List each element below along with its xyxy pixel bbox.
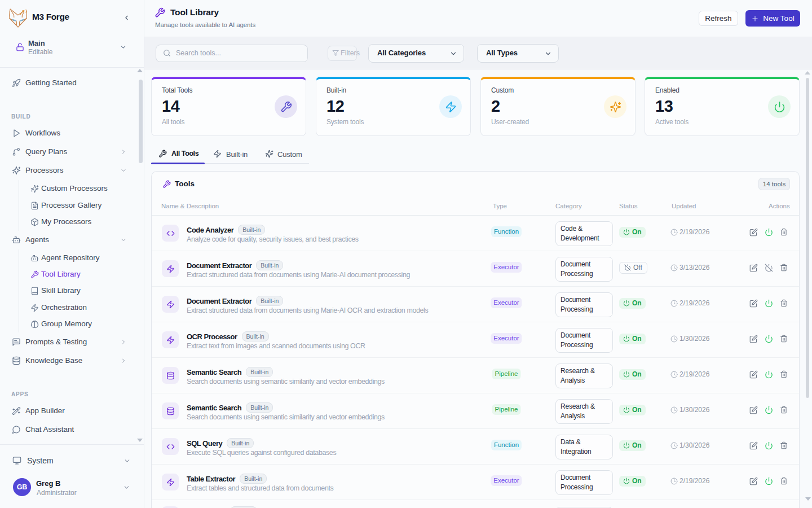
svg-text:3: 3 bbox=[25, 8, 28, 14]
